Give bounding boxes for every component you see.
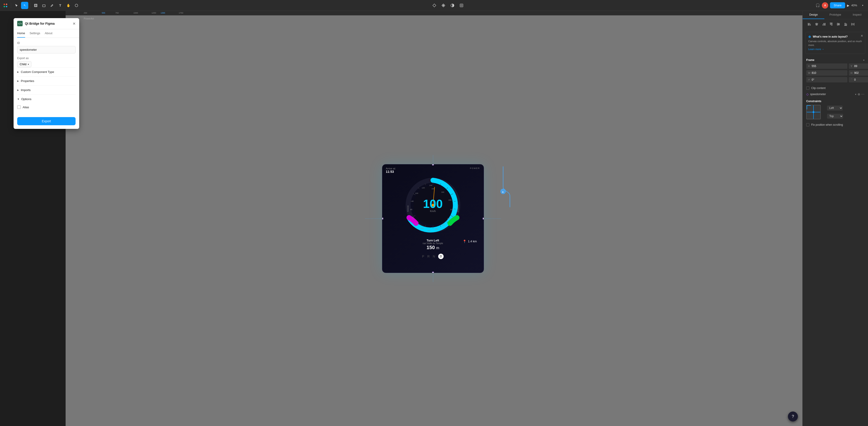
svg-point-10 [75, 4, 78, 7]
export-as-label: Export as [17, 57, 75, 60]
imports-title: Imports [21, 88, 31, 92]
ruler-mark-1000: 1000 [133, 12, 138, 14]
plugin-tabs: Home Settings About [13, 29, 79, 38]
svg-text:RANGE: RANGE [407, 205, 409, 211]
svg-text:100: 100 [415, 192, 418, 194]
id-input[interactable] [17, 46, 75, 53]
select-tool-button[interactable] [13, 2, 20, 9]
hand-tool-button[interactable]: ✋ [65, 2, 72, 9]
svg-rect-9 [42, 5, 45, 7]
app-menu-button[interactable] [2, 2, 9, 9]
arrive-info: Arrive at: 11:53 [386, 167, 396, 173]
toolbar-left: ↖ T ✋ [0, 2, 82, 9]
custom-component-section: ▶ Custom Component Type [17, 67, 75, 76]
options-arrow-icon: ▼ [17, 98, 20, 100]
ruler-mark-1365: 1365 [161, 12, 165, 14]
ruler-mark-750: 750 [115, 12, 119, 14]
export-as-dropdown[interactable]: Child ▾ [17, 61, 31, 67]
shapes-tool-button[interactable] [40, 2, 48, 9]
assets-button[interactable] [431, 2, 434, 9]
custom-component-header[interactable]: ▶ Custom Component Type [17, 67, 75, 76]
properties-header[interactable]: ▶ Properties [17, 77, 75, 85]
pen-tool-button[interactable] [49, 2, 56, 9]
svg-text:60: 60 [410, 208, 412, 210]
plugin-header: </> Qt Bridge for Figma ✕ [13, 18, 79, 29]
frame-tool-button[interactable] [32, 2, 39, 9]
toolbar-divider-2 [30, 3, 30, 8]
properties-arrow-icon: ▶ [17, 80, 19, 82]
svg-point-2 [4, 6, 5, 7]
dashboard-card: 810 × 902 Arrive at: 11:53 POWER [382, 164, 434, 214]
plugin-tab-settings[interactable]: Settings [30, 29, 40, 37]
svg-point-0 [4, 4, 5, 5]
plugin-tab-home[interactable]: Home [17, 29, 25, 37]
comment-tool-button[interactable] [73, 2, 80, 9]
alias-row: Alias [17, 104, 75, 111]
speed-value: 100 [423, 198, 434, 210]
plugin-tab-about[interactable]: About [45, 29, 53, 37]
handle-tl[interactable] [382, 164, 383, 165]
options-title: Options [21, 97, 31, 101]
ruler-mark-555: 555 [102, 12, 105, 14]
plugin-panel: </> Qt Bridge for Figma ✕ Home Settings … [13, 18, 79, 129]
export-section: Export [13, 114, 79, 129]
imports-section: ▶ Imports [17, 85, 75, 94]
export-as-value: Child [20, 62, 27, 66]
arrive-time: 11:53 [386, 170, 396, 173]
dashboard-top-row: Arrive at: 11:53 POWER [382, 164, 434, 173]
svg-text:160: 160 [431, 188, 434, 190]
options-section: ▼ Options Alias [17, 94, 75, 111]
id-label: ID [17, 41, 75, 45]
chevron-down-icon: ▾ [28, 63, 29, 65]
frame-label: PowerArt [84, 17, 94, 20]
plugin-title: Qt Bridge for Figma [25, 22, 70, 25]
ruler-mark-1250: 1250 [152, 12, 156, 14]
imports-header[interactable]: ▶ Imports [17, 86, 75, 94]
plugin-logo: </> [17, 21, 23, 26]
properties-title: Properties [21, 79, 34, 83]
horizontal-ruler: 250 555 750 1000 1250 1365 1750 [66, 11, 434, 16]
svg-point-3 [6, 6, 7, 7]
speed-display: 100 Km/h [423, 198, 434, 212]
expand-arrow-icon: ▶ [17, 70, 19, 73]
text-tool-button[interactable]: T [57, 2, 64, 9]
svg-point-1 [6, 4, 7, 5]
svg-rect-4 [34, 4, 37, 7]
canvas-area: 250 555 750 1000 1250 1365 1750 PowerArt… [66, 11, 434, 213]
ruler-mark-1750: 1750 [179, 12, 183, 14]
toolbar-center [82, 2, 434, 9]
properties-section: ▶ Properties [17, 76, 75, 85]
svg-text:80: 80 [411, 200, 413, 202]
options-header[interactable]: ▼ Options [17, 95, 75, 104]
arrive-prefix: Arrive at: [386, 167, 396, 170]
svg-text:120: 120 [422, 187, 425, 189]
alias-label: Alias [23, 106, 29, 109]
cursor-tool-button[interactable]: ↖ [21, 2, 28, 9]
custom-component-title: Custom Component Type [21, 70, 54, 74]
imports-arrow-icon: ▶ [17, 89, 19, 91]
export-button[interactable]: Export [17, 117, 75, 125]
top-toolbar: ↖ T ✋ 🎧 A Share ▶ [0, 0, 434, 11]
plugin-body: ID Export as Child ▾ ▶ Custom Component … [13, 38, 79, 114]
alias-checkbox[interactable] [17, 105, 21, 109]
speedometer-container: 160 180 200 220 240 260 280 300 320 20 4… [382, 173, 434, 214]
plugin-close-button[interactable]: ✕ [73, 22, 75, 26]
toolbar-divider-1 [11, 3, 11, 8]
svg-text:140: 140 [429, 184, 432, 187]
ruler-mark-250: 250 [84, 12, 87, 14]
